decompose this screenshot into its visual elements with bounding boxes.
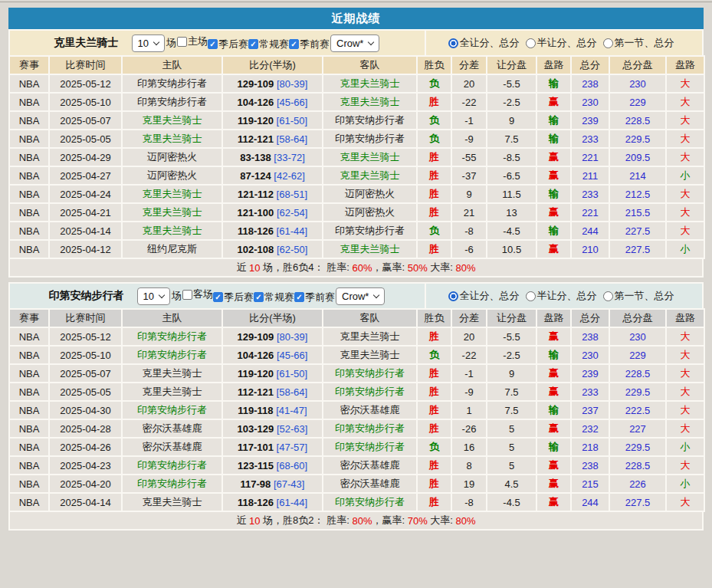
- filter-checkbox[interactable]: 客场: [182, 287, 213, 301]
- handicap-result-cell: 赢: [536, 203, 571, 222]
- match-row: NBA2025-04-30印第安纳步行者119-118 [41-47]密尔沃基雄…: [9, 401, 704, 419]
- team2-bookmaker-select[interactable]: Crow*: [336, 287, 385, 305]
- league-cell: NBA: [9, 111, 49, 130]
- league-cell: NBA: [9, 185, 49, 203]
- total-points-cell: 221: [571, 148, 609, 166]
- checkbox-checked-icon[interactable]: ✓: [248, 39, 258, 49]
- team2-games-count-select[interactable]: 10: [137, 287, 170, 305]
- chevron-down-icon: [368, 38, 374, 44]
- odds-type-radio[interactable]: 半让分、总分: [526, 36, 597, 50]
- odds-type-radio[interactable]: 全让分、总分: [448, 289, 520, 303]
- filter-checkbox[interactable]: ✓季后赛: [208, 38, 248, 51]
- home-team-cell: 克里夫兰骑士: [122, 364, 222, 383]
- away-team-cell: 印第安纳步行者: [323, 364, 417, 383]
- score-cell: 121-112 [68-51]: [222, 185, 323, 203]
- point-diff-cell: 20: [451, 327, 487, 346]
- total-line-cell: 229: [609, 93, 666, 111]
- checkbox-checked-icon[interactable]: ✓: [294, 292, 304, 302]
- score-cell: 117-101 [47-57]: [222, 438, 323, 456]
- col-handicap-result: 盘路: [536, 56, 571, 74]
- match-row: NBA2025-04-12纽约尼克斯102-108 [62-50]克里夫兰骑士胜…: [9, 240, 704, 258]
- col-score: 比分(半场): [222, 309, 323, 327]
- league-cell: NBA: [9, 148, 49, 166]
- filter-checkbox[interactable]: ✓季后赛: [213, 291, 254, 304]
- total-line-cell: 227.5: [609, 493, 666, 511]
- filter-checkbox[interactable]: ✓常规赛: [248, 38, 289, 51]
- checkbox-unchecked-icon[interactable]: [177, 37, 187, 47]
- handicap-result-cell: 赢: [536, 493, 571, 511]
- away-team-cell: 克里夫兰骑士: [323, 327, 417, 346]
- filter-checkbox[interactable]: ✓季前赛: [289, 38, 330, 51]
- league-cell: NBA: [9, 493, 49, 511]
- filter-label: 季前赛: [305, 291, 335, 304]
- checkbox-unchecked-icon[interactable]: [182, 290, 192, 300]
- chevron-down-icon: [159, 291, 165, 297]
- total-points-cell: 244: [571, 493, 609, 511]
- team1-games-count-select[interactable]: 10: [132, 34, 165, 52]
- over-under-cell: 大: [666, 74, 704, 93]
- odds-type-radio[interactable]: 第一节、总分: [603, 289, 674, 303]
- radio-label: 第一节、总分: [615, 289, 674, 303]
- filter-label: 常规赛: [264, 291, 294, 304]
- summary-stat-value: 60%: [352, 262, 372, 274]
- match-row: NBA2025-05-07克里夫兰骑士119-120 [61-50]印第安纳步行…: [9, 111, 704, 130]
- radio-unselected-icon[interactable]: [603, 38, 613, 48]
- checkbox-checked-icon[interactable]: ✓: [254, 292, 264, 302]
- total-line-cell: 229.5: [609, 383, 666, 401]
- radio-unselected-icon[interactable]: [526, 38, 536, 48]
- score-cell: 103-129 [52-63]: [222, 419, 323, 438]
- total-points-cell: 239: [571, 364, 609, 383]
- result-cell: 负: [417, 111, 451, 130]
- date-cell: 2025-04-27: [49, 166, 122, 185]
- handicap-cell: -2.5: [487, 93, 536, 111]
- total-points-cell: 215: [571, 475, 609, 493]
- date-cell: 2025-04-26: [49, 438, 122, 456]
- filter-label: 客场: [193, 287, 213, 301]
- handicap-result-cell: 赢: [536, 327, 571, 346]
- date-cell: 2025-04-21: [49, 203, 122, 222]
- over-under-cell: 小: [666, 438, 704, 456]
- filter-checkbox[interactable]: ✓常规赛: [254, 291, 294, 304]
- over-under-cell: 大: [666, 130, 704, 148]
- result-cell: 胜: [417, 364, 451, 383]
- away-team-cell: 克里夫兰骑士: [323, 346, 417, 364]
- over-under-cell: 大: [666, 93, 704, 111]
- team1-filter-bar: 克里夫兰骑士 10 场 主场✓季后赛✓常规赛✓季前赛 Crow* 全让分、总分半…: [8, 29, 704, 55]
- score-cell: 112-121 [58-64]: [222, 383, 323, 401]
- checkbox-checked-icon[interactable]: ✓: [213, 292, 223, 302]
- team2-filter-bar: 印第安纳步行者 10 场 客场✓季后赛✓常规赛✓季前赛 Crow* 全让分、总分…: [8, 282, 704, 308]
- point-diff-cell: -1: [451, 111, 487, 130]
- team1-header-row: 赛事 比赛时间 主队 比分(半场) 客队 胜负 分差 让分盘 盘路 总分 总分盘…: [9, 56, 704, 74]
- checkbox-checked-icon[interactable]: ✓: [208, 39, 218, 49]
- team1-odds-type-radios: 全让分、总分半让分、总分第一节、总分: [426, 31, 702, 55]
- league-cell: NBA: [9, 166, 49, 185]
- handicap-result-cell: 赢: [536, 166, 571, 185]
- handicap-result-cell: 赢: [536, 419, 571, 438]
- odds-type-radio[interactable]: 半让分、总分: [526, 289, 597, 303]
- result-cell: 负: [417, 438, 451, 456]
- total-points-cell: 244: [571, 222, 609, 240]
- filter-checkbox[interactable]: 主场: [177, 34, 208, 48]
- radio-selected-icon[interactable]: [448, 38, 458, 48]
- odds-type-radio[interactable]: 全让分、总分: [448, 36, 520, 50]
- league-cell: NBA: [9, 383, 49, 401]
- total-points-cell: 230: [571, 93, 609, 111]
- checkbox-checked-icon[interactable]: ✓: [289, 39, 299, 49]
- away-team-cell: 克里夫兰骑士: [323, 166, 417, 185]
- col-handicap-result: 盘路: [536, 309, 571, 327]
- over-under-cell: 大: [666, 346, 704, 364]
- radio-selected-icon[interactable]: [448, 291, 458, 301]
- league-cell: NBA: [9, 364, 49, 383]
- score-cell: 121-100 [62-54]: [222, 203, 323, 222]
- odds-type-radio[interactable]: 第一节、总分: [603, 36, 674, 50]
- radio-unselected-icon[interactable]: [526, 291, 536, 301]
- team1-bookmaker-select[interactable]: Crow*: [330, 34, 379, 52]
- radio-unselected-icon[interactable]: [603, 291, 613, 301]
- team1-filter-checkboxes: 主场✓季后赛✓常规赛✓季前赛: [177, 34, 330, 51]
- filter-label: 季后赛: [224, 291, 254, 304]
- filter-checkbox[interactable]: ✓季前赛: [294, 291, 335, 304]
- result-cell: 胜: [417, 456, 451, 475]
- result-cell: 胜: [417, 493, 451, 511]
- date-cell: 2025-04-24: [49, 185, 122, 203]
- bookmaker-value: Crow*: [342, 291, 369, 302]
